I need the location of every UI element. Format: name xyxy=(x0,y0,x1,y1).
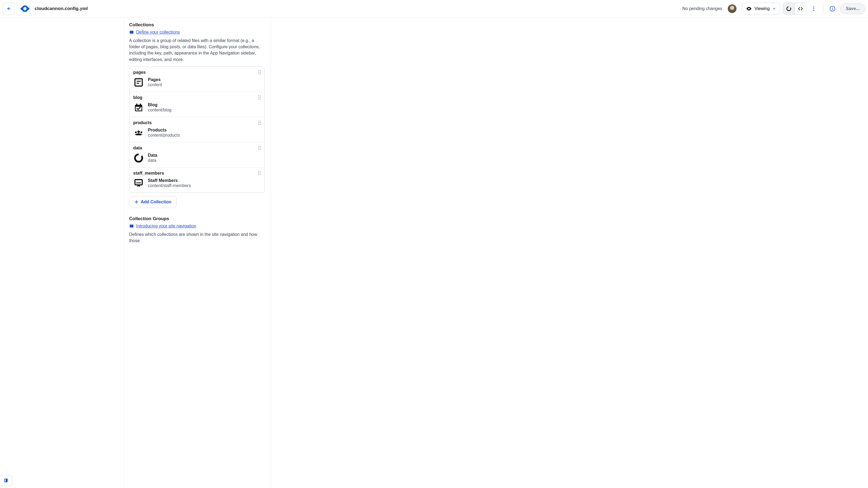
collections-list: pages Pages content blog xyxy=(129,66,265,193)
pending-changes-text: No pending changes xyxy=(682,6,722,11)
svg-rect-15 xyxy=(136,104,137,106)
collection-item-data[interactable]: data Data data xyxy=(129,142,265,167)
collection-item-blog[interactable]: blog Blog content/blog xyxy=(129,92,265,117)
svg-point-7 xyxy=(813,10,814,11)
add-collection-label: Add Collection xyxy=(141,199,172,204)
svg-rect-16 xyxy=(140,104,141,106)
collection-key: pages xyxy=(133,70,261,75)
people-icon xyxy=(133,127,144,138)
collection-key: staff_members xyxy=(133,171,261,176)
svg-point-2 xyxy=(27,7,30,10)
drag-handle-icon[interactable] xyxy=(257,145,261,151)
divider xyxy=(823,5,823,13)
collection-name: Data xyxy=(148,153,157,158)
visual-editor-toggle[interactable] xyxy=(783,3,795,14)
drag-handle-icon[interactable] xyxy=(257,95,261,100)
filename: cloudcannon.config.yml xyxy=(35,6,88,11)
collection-path: content/blog xyxy=(148,108,172,112)
header: cloudcannon.config.yml No pending change… xyxy=(0,0,868,18)
arrow-left-icon xyxy=(6,6,11,11)
collection-groups-doc-link[interactable]: Introducing your site navigation xyxy=(136,224,196,229)
cloudcannon-logo xyxy=(20,4,30,13)
back-button[interactable] xyxy=(3,3,14,14)
svg-point-3 xyxy=(748,8,750,9)
drag-handle-icon[interactable] xyxy=(257,171,261,176)
donut-chart-icon xyxy=(133,153,144,163)
collection-name: Staff Members xyxy=(148,178,191,183)
ring-icon xyxy=(786,6,792,12)
content-border-right xyxy=(271,18,271,258)
svg-point-6 xyxy=(813,8,814,9)
collections-description: A collection is a group of related files… xyxy=(129,37,265,63)
svg-point-5 xyxy=(813,6,814,7)
svg-point-9 xyxy=(832,7,833,8)
collection-groups-title: Collection Groups xyxy=(129,216,265,222)
calendar-check-icon xyxy=(133,102,144,113)
svg-rect-13 xyxy=(137,83,139,84)
collection-item-staff-members[interactable]: staff_members Staff Members content/staf… xyxy=(129,167,265,193)
chevron-down-icon xyxy=(772,7,776,10)
info-button[interactable] xyxy=(828,4,837,13)
eye-icon xyxy=(746,6,752,12)
collection-path: content xyxy=(148,83,162,87)
svg-rect-22 xyxy=(135,180,143,185)
svg-rect-11 xyxy=(135,78,143,86)
collection-key: products xyxy=(133,120,261,125)
collection-key: blog xyxy=(133,95,261,100)
svg-point-18 xyxy=(137,130,140,133)
more-vertical-icon xyxy=(811,6,817,12)
collection-item-pages[interactable]: pages Pages content xyxy=(129,67,265,92)
book-icon xyxy=(129,224,134,229)
more-menu-button[interactable] xyxy=(809,4,818,13)
content-column: Collections Define your collections A co… xyxy=(124,18,271,258)
view-mode-dropdown[interactable]: Viewing xyxy=(742,3,780,14)
collection-path: data xyxy=(148,158,157,163)
view-mode-label: Viewing xyxy=(755,6,770,11)
page-icon xyxy=(133,77,144,88)
collection-groups-doc-link-row: Introducing your site navigation xyxy=(129,224,265,229)
svg-point-1 xyxy=(21,7,23,10)
svg-point-0 xyxy=(23,6,27,11)
collections-title: Collections xyxy=(129,22,265,28)
collection-path: content/products xyxy=(148,133,180,138)
collection-groups-description: Defines which collections are shown in t… xyxy=(129,231,265,244)
plus-icon xyxy=(134,200,138,204)
svg-rect-12 xyxy=(137,81,141,82)
collection-key: data xyxy=(133,145,261,151)
code-icon xyxy=(798,6,803,12)
drag-handle-icon[interactable] xyxy=(257,120,261,125)
save-button[interactable]: Save... xyxy=(840,3,865,14)
collection-name: Blog xyxy=(148,102,172,107)
drag-handle-icon[interactable] xyxy=(257,70,261,75)
add-collection-button[interactable]: Add Collection xyxy=(129,196,177,208)
svg-rect-10 xyxy=(832,8,833,10)
svg-rect-23 xyxy=(136,183,141,183)
collections-doc-link[interactable]: Define your collections xyxy=(136,30,180,35)
collection-path: content/staff-members xyxy=(148,183,191,188)
source-editor-toggle[interactable] xyxy=(795,3,806,14)
avatar[interactable] xyxy=(728,4,737,13)
svg-point-20 xyxy=(141,131,142,133)
collection-name: Pages xyxy=(148,77,162,82)
collection-name: Products xyxy=(148,128,180,133)
collection-item-products[interactable]: products Products content/products xyxy=(129,117,265,142)
main-area: Collections Define your collections A co… xyxy=(0,18,868,258)
collections-doc-link-row: Define your collections xyxy=(129,30,265,35)
editor-toggle-group xyxy=(783,3,806,14)
svg-point-19 xyxy=(135,131,137,133)
book-icon xyxy=(129,30,134,35)
membership-badge-icon xyxy=(133,178,144,189)
info-icon xyxy=(830,6,835,12)
